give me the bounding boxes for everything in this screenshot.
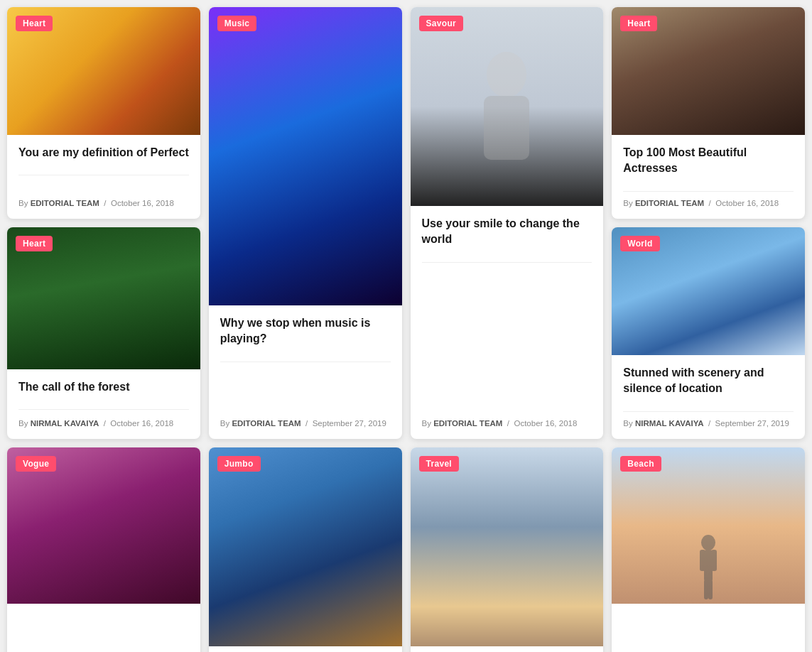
card-separator [623, 191, 794, 192]
card-author: EDITORIAL TEAM [232, 419, 301, 428]
card-badge: Beach [620, 456, 661, 472]
card-badge: Music [217, 16, 257, 31]
card-separator [18, 409, 189, 410]
card-meta: By EDITORIAL TEAM / October 16, 2018 [422, 419, 592, 428]
card-image: Heart [612, 7, 805, 135]
card-body: Smile Smile and Keep on smiling By ANKIT… [209, 646, 402, 652]
card-date: October 16, 2018 [514, 419, 577, 428]
card-title: Use your smile to change the world [422, 216, 592, 248]
card-grid: Heart You are my definition of Perfect B… [7, 7, 805, 652]
card-beach[interactable]: Beach [612, 447, 805, 652]
card-badge: Travel [419, 456, 460, 472]
svg-rect-1 [484, 96, 529, 160]
card-author: EDITORIAL TEAM [31, 199, 99, 207]
card-separator [422, 262, 592, 263]
card-meta: By EDITORIAL TEAM / September 27, 2019 [220, 419, 391, 428]
card-author: EDITORIAL TEAM [635, 199, 704, 207]
svg-rect-4 [700, 550, 705, 571]
card-badge: Jumbo [217, 456, 261, 472]
card-image: Music [209, 7, 402, 305]
svg-rect-6 [704, 580, 708, 599]
card-body: Stunned with scenery and silence of loca… [612, 355, 805, 439]
card-badge: Vogue [16, 456, 56, 472]
card-author: NIRMAL KAVAIYA [635, 419, 704, 428]
card-separator [18, 175, 189, 175]
card-separator [220, 362, 391, 362]
card-body: Use your smile to change the world By ED… [411, 206, 604, 439]
svg-point-2 [701, 535, 715, 550]
card-image: Vogue [7, 447, 200, 604]
card-badge: Heart [16, 16, 53, 31]
card-body: The call of the forest By NIRMAL KAVAIYA… [7, 369, 200, 439]
card-image: World [612, 227, 805, 355]
card-image: Jumbo [209, 447, 402, 646]
card-body: You are my definition of Perfect By EDIT… [7, 135, 200, 219]
card-date: September 27, 2019 [313, 419, 386, 428]
card-title: The call of the forest [18, 379, 189, 395]
card-music-playing[interactable]: Music Why we stop when music is playing?… [209, 7, 402, 439]
card-travel-beach[interactable]: Travel Something to say about beach is n… [411, 447, 604, 652]
card-body: Top 100 Most Beautiful Actresses By EDIT… [612, 135, 805, 219]
card-separator [623, 411, 794, 412]
card-heart-perfect[interactable]: Heart You are my definition of Perfect B… [7, 7, 200, 219]
card-image: Heart [7, 227, 200, 369]
card-author: NIRMAL KAVAIYA [31, 419, 99, 428]
card-title: Why we stop when music is playing? [220, 315, 391, 347]
card-body: Why we stop when music is playing? By ED… [209, 305, 402, 439]
card-image: Beach [612, 447, 805, 604]
card-image: Savour [411, 7, 604, 206]
card-badge: Savour [419, 16, 463, 31]
card-title: Stunned with scenery and silence of loca… [623, 365, 794, 397]
card-meta: By NIRMAL KAVAIYA / September 27, 2019 [623, 419, 794, 428]
card-date: October 16, 2018 [110, 419, 173, 428]
card-world-scenery[interactable]: World Stunned with scenery and silence o… [612, 227, 805, 439]
card-author: EDITORIAL TEAM [433, 419, 502, 428]
card-badge: Heart [620, 16, 657, 31]
card-meta: By EDITORIAL TEAM / October 16, 2018 [623, 199, 794, 207]
card-title: Top 100 Most Beautiful Actresses [623, 145, 794, 177]
card-jumbo-smile[interactable]: Jumbo Smile Smile and Keep on smiling By… [209, 447, 402, 652]
card-title: You are my definition of Perfect [18, 145, 189, 161]
card-image: Heart [7, 7, 200, 135]
card-image: Travel [411, 447, 604, 646]
card-meta: By EDITORIAL TEAM / October 16, 2018 [18, 199, 189, 207]
card-meta: By NIRMAL KAVAIYA / October 16, 2018 [18, 419, 189, 428]
card-savour-smile[interactable]: Savour Use your smile to change the worl… [411, 7, 604, 439]
card-date: October 16, 2018 [715, 199, 779, 207]
card-heart-forest[interactable]: Heart The call of the forest By NIRMAL K… [7, 227, 200, 439]
card-badge: Heart [16, 236, 53, 251]
svg-rect-7 [708, 580, 713, 599]
card-date: September 27, 2019 [715, 419, 789, 428]
card-body: Something to say about beach is nothing … [411, 646, 604, 652]
svg-rect-5 [711, 550, 717, 571]
card-date: October 16, 2018 [111, 199, 174, 207]
card-heart-actresses[interactable]: Heart Top 100 Most Beautiful Actresses B… [612, 7, 805, 219]
card-badge: World [620, 236, 659, 251]
card-vogue[interactable]: Vogue [7, 447, 200, 652]
svg-point-0 [487, 52, 526, 97]
